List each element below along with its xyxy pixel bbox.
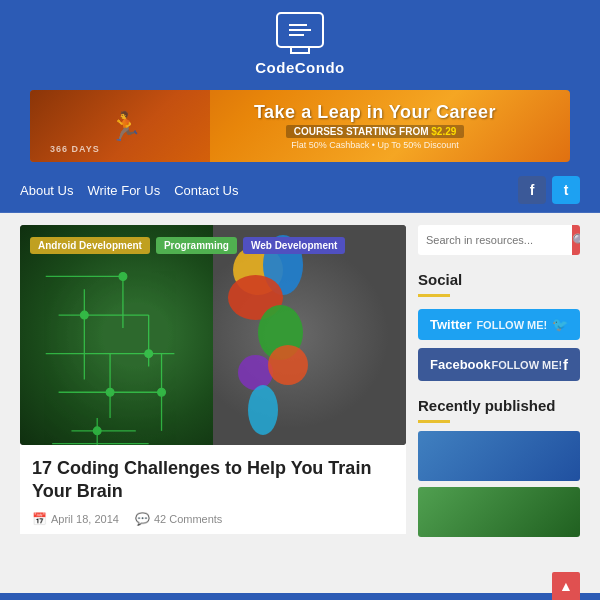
facebook-label: Facebook <box>430 357 491 372</box>
ad-subtitle: COURSES STARTING FROM $2.29 <box>286 125 465 138</box>
nav-bar: About Us Write For Us Contact Us f t <box>0 168 600 213</box>
calendar-icon: 📅 <box>32 512 47 526</box>
facebook-follow-button[interactable]: Facebook FOLLOW ME! f <box>418 348 580 381</box>
nav-twitter-button[interactable]: t <box>552 176 580 204</box>
article-comments[interactable]: 💬 42 Comments <box>135 512 222 526</box>
svg-point-12 <box>119 273 127 281</box>
article-section: Android Development Programming Web Deve… <box>20 225 406 593</box>
tag-android[interactable]: Android Development <box>30 237 150 254</box>
svg-point-14 <box>145 350 153 358</box>
facebook-icon: f <box>563 356 568 373</box>
recently-item-1[interactable] <box>418 431 580 481</box>
twitter-icon: 🐦 <box>552 317 568 332</box>
svg-point-15 <box>106 388 114 396</box>
svg-point-16 <box>93 427 101 435</box>
logo-text: CodeCondo <box>255 59 344 76</box>
nav-about-us[interactable]: About Us <box>20 179 87 202</box>
ad-subtitle-start: COURSES STARTING FROM <box>294 126 432 137</box>
social-widget: Twitter FOLLOW ME! 🐦 Facebook FOLLOW ME!… <box>418 309 580 381</box>
article-date-text: April 18, 2014 <box>51 513 119 525</box>
recently-section-title: Recently published <box>418 397 580 414</box>
recently-items <box>418 431 580 537</box>
header: CodeCondo <box>0 0 600 84</box>
ad-title: Take a Leap in Your Career <box>254 102 496 123</box>
nav-facebook-button[interactable]: f <box>518 176 546 204</box>
facebook-sub: FOLLOW ME! <box>491 359 562 371</box>
tag-web[interactable]: Web Development <box>243 237 346 254</box>
search-button[interactable]: 🔍 <box>572 225 580 255</box>
svg-point-13 <box>80 311 88 319</box>
article-title: 17 Coding Challenges to Help You Train Y… <box>32 457 394 504</box>
article-comments-text: 42 Comments <box>154 513 222 525</box>
comment-icon: 💬 <box>135 512 150 526</box>
nav-contact-us[interactable]: Contact Us <box>174 179 252 202</box>
article-date: 📅 April 18, 2014 <box>32 512 119 526</box>
brain-right-graphic <box>213 225 406 445</box>
twitter-follow-button[interactable]: Twitter FOLLOW ME! 🐦 <box>418 309 580 340</box>
twitter-label: Twitter <box>430 317 472 332</box>
article-meta: 📅 April 18, 2014 💬 42 Comments <box>32 512 394 526</box>
nav-write-for-us[interactable]: Write For Us <box>87 179 174 202</box>
twitter-sub: FOLLOW ME! <box>476 319 547 331</box>
article-image[interactable]: Android Development Programming Web Deve… <box>20 225 406 445</box>
nav-links: About Us Write For Us Contact Us <box>20 179 518 202</box>
brain-left-graphic <box>20 225 213 445</box>
scroll-to-top-button[interactable]: ▲ <box>552 572 580 600</box>
recently-accent-bar <box>418 420 450 423</box>
ad-figure-icon: 🏃 <box>108 110 143 143</box>
logo-monitor-icon <box>276 12 324 48</box>
recently-item-2[interactable] <box>418 487 580 537</box>
article-info: 17 Coding Challenges to Help You Train Y… <box>20 445 406 534</box>
main-content: Android Development Programming Web Deve… <box>0 213 600 593</box>
social-section-title: Social <box>418 271 580 288</box>
search-input[interactable] <box>418 234 572 246</box>
ad-bottom-text: Flat 50% Cashback • Up To 50% Discount <box>291 140 459 150</box>
ad-price: $2.29 <box>431 126 456 137</box>
sidebar: 🔍 Social Twitter FOLLOW ME! 🐦 Facebook F… <box>418 225 580 593</box>
nav-social: f t <box>518 176 580 204</box>
search-box[interactable]: 🔍 <box>418 225 580 255</box>
tag-programming[interactable]: Programming <box>156 237 237 254</box>
ad-days-label: 366 DAYS <box>50 144 100 154</box>
logo[interactable]: CodeCondo <box>255 12 344 76</box>
social-accent-bar <box>418 294 450 297</box>
svg-point-17 <box>158 388 166 396</box>
article-tags: Android Development Programming Web Deve… <box>30 237 345 254</box>
ad-banner[interactable]: 🏃 366 DAYS Take a Leap in Your Career CO… <box>30 90 570 162</box>
